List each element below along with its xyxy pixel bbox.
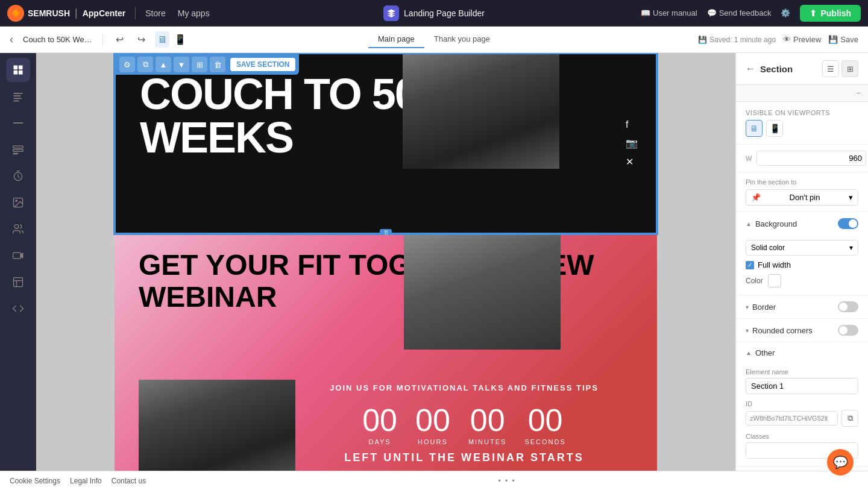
nav-right: 📖 User manual 💬 Send feedback ⚙️ ⬆ Publi… (641, 5, 861, 22)
nav-center-app: Landing Page Builder (383, 5, 485, 21)
desktop-viewport-icon[interactable]: 🖥 (746, 120, 763, 137)
mobile-view-button[interactable]: 📱 (172, 31, 189, 48)
canvas-wrapper: ⚙ ⧉ ▲ ▼ ⊞ 🗑 SAVE SECTION COUCH TO 50K IN… (36, 53, 735, 490)
user-manual-link[interactable]: 📖 User manual (641, 8, 697, 17)
svg-rect-4 (13, 93, 22, 94)
undo-redo-group: ↩ ↪ (110, 31, 150, 49)
my-apps-link[interactable]: My apps (178, 8, 210, 18)
element-name-label: Element name (746, 368, 858, 375)
main-layout: ⚙ ⧉ ▲ ▼ ⊞ 🗑 SAVE SECTION COUCH TO 50K IN… (0, 53, 868, 490)
redo-button[interactable]: ↪ (132, 31, 150, 49)
sidebar-item-users[interactable] (6, 217, 30, 241)
sidebar-item-image[interactable] (6, 190, 30, 215)
left-sidebar (0, 53, 36, 490)
toolbar-separator (102, 34, 103, 46)
background-header[interactable]: ▲ Background (736, 212, 868, 235)
svg-rect-5 (13, 95, 20, 96)
countdown-days: 00 DAYS (362, 404, 397, 445)
app-icon (383, 5, 399, 21)
element-name-input[interactable] (746, 378, 858, 394)
instagram-icon[interactable]: 📷 (626, 137, 638, 149)
svg-rect-17 (13, 278, 22, 287)
other-section: ▲ Other Element name ID ⧉ Classes (736, 342, 868, 466)
viewport-section: Visible on viewports 🖥 📱 (736, 102, 868, 145)
brand: 🔶 SEMRUSH | AppCenter (7, 5, 125, 22)
style-chevron-icon: ▾ (849, 243, 853, 252)
sidebar-item-layout[interactable] (6, 270, 30, 294)
sidebar-item-video[interactable] (6, 243, 30, 268)
svg-rect-6 (13, 98, 21, 99)
store-link[interactable]: Store (145, 8, 165, 18)
background-header-left: ▲ Background (746, 219, 797, 228)
rounded-corners-header[interactable]: ▾ Rounded corners (736, 319, 868, 342)
brand-name: SEMRUSH (28, 8, 70, 18)
section-delete-btn[interactable]: 🗑 (210, 57, 225, 72)
section2-bottom-photo (139, 380, 295, 482)
other-header[interactable]: ▲ Other (736, 342, 868, 363)
sidebar-item-form[interactable] (6, 137, 30, 162)
style-select[interactable]: Solid color ▾ (746, 240, 858, 256)
back-icon[interactable]: ‹ (10, 33, 13, 46)
desktop-view-button[interactable]: 🖥 (155, 31, 169, 48)
section2-bottom-image (139, 380, 295, 482)
grid-view-btn[interactable]: ⊞ (841, 60, 858, 77)
section-toolbar: ⚙ ⧉ ▲ ▼ ⊞ 🗑 SAVE SECTION (116, 54, 299, 75)
svg-rect-0 (13, 66, 17, 70)
publish-button[interactable]: ⬆ Publish (800, 5, 861, 22)
pin-section: Pin the section to 📌 Don't pin ▾ (736, 172, 868, 212)
sidebar-item-code[interactable] (6, 297, 30, 321)
save-icon: 💾 (698, 36, 707, 44)
copy-id-button[interactable]: ⧉ (841, 410, 858, 427)
sidebar-item-text[interactable] (6, 84, 30, 108)
color-swatch[interactable] (768, 274, 781, 287)
section1-image (403, 54, 559, 169)
preview-button[interactable]: 👁 Preview (783, 35, 821, 44)
full-width-checkbox[interactable]: ✓ (746, 261, 754, 269)
legal-info-link[interactable]: Legal Info (70, 477, 102, 485)
mobile-viewport-icon[interactable]: 📱 (766, 120, 783, 137)
list-view-btn[interactable]: ☰ (822, 60, 839, 77)
section-move-up-btn[interactable]: ▲ (156, 57, 171, 72)
width-field: W 960 ↕ (746, 151, 868, 166)
rounded-corners-header-left: ▾ Rounded corners (746, 326, 813, 335)
id-input[interactable] (746, 411, 838, 426)
collapse-panel-btn[interactable]: − (736, 85, 868, 102)
settings-icon[interactable]: ⚙️ (781, 8, 790, 17)
sidebar-item-divider[interactable] (6, 111, 30, 135)
save-button[interactable]: 💾 Save (828, 35, 858, 44)
section-move-down-btn[interactable]: ▼ (174, 57, 189, 72)
send-feedback-link[interactable]: 💬 Send feedback (707, 8, 772, 17)
section2-header: GET YOUR FIT TOGETHER: NEW WEBINAR (115, 235, 657, 313)
sidebar-item-home[interactable] (6, 58, 30, 82)
contact-link[interactable]: Contact us (112, 477, 146, 485)
facebook-icon[interactable]: f (626, 119, 638, 130)
rounded-corners-toggle[interactable] (838, 325, 858, 336)
sidebar-item-timer[interactable] (6, 164, 30, 188)
width-input[interactable]: 960 (756, 151, 866, 166)
border-header[interactable]: ▾ Border (736, 295, 868, 318)
section-duplicate-btn[interactable]: ⧉ (137, 57, 153, 72)
twitter-icon[interactable]: ✕ (626, 156, 638, 168)
svg-rect-9 (13, 146, 23, 148)
section-settings-btn[interactable]: ⚙ (119, 57, 135, 72)
app-name: Landing Page Builder (404, 8, 485, 18)
border-chevron-icon: ▾ (746, 304, 749, 310)
border-toggle[interactable] (838, 301, 858, 312)
section-align-btn[interactable]: ⊞ (192, 57, 207, 72)
section-1[interactable]: ⚙ ⧉ ▲ ▼ ⊞ 🗑 SAVE SECTION COUCH TO 50K IN… (115, 53, 657, 234)
pin-select[interactable]: 📌 Don't pin ▾ (746, 189, 858, 206)
tab-thank-you-page[interactable]: Thank you page (424, 31, 500, 48)
tab-main-page[interactable]: Main page (368, 31, 424, 48)
undo-button[interactable]: ↩ (110, 31, 128, 49)
svg-rect-3 (18, 71, 22, 75)
save-section-button[interactable]: SAVE SECTION (230, 58, 295, 71)
nav-links: Store My apps (145, 8, 209, 18)
right-panel-back-btn[interactable]: ← (746, 63, 755, 74)
chat-button[interactable]: 💬 (827, 449, 854, 476)
cookie-settings-link[interactable]: Cookie Settings (10, 477, 60, 485)
top-nav: 🔶 SEMRUSH | AppCenter Store My apps Land… (0, 0, 868, 27)
svg-point-14 (15, 200, 16, 202)
section-2[interactable]: GET YOUR FIT TOGETHER: NEW WEBINAR JOIN … (115, 235, 657, 482)
background-toggle[interactable] (838, 218, 858, 229)
rounded-corners-chevron-icon: ▾ (746, 327, 749, 334)
